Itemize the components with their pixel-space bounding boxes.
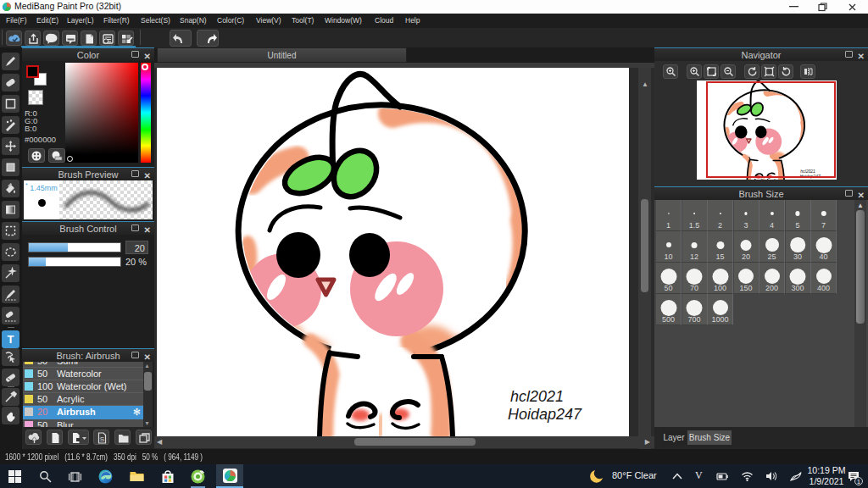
svg-text:T: T [8,333,14,346]
svg-text:S: S [100,435,104,443]
